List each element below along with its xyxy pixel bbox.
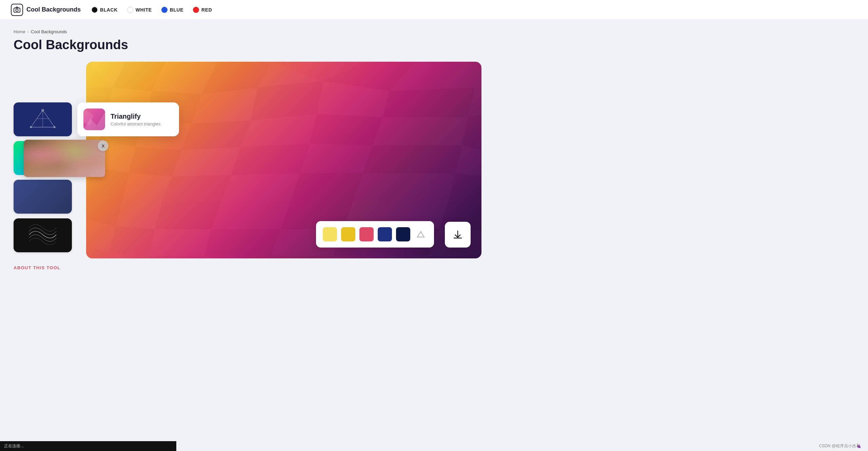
svg-marker-25 <box>383 87 475 117</box>
svg-marker-59 <box>109 226 155 255</box>
photo-overlay <box>24 140 105 177</box>
swatch-navy[interactable] <box>396 227 410 241</box>
thumb-solid[interactable] <box>14 180 72 214</box>
nav-item-red[interactable]: RED <box>193 7 212 13</box>
thumb-geometric[interactable] <box>14 102 72 136</box>
logo-container <box>11 4 23 16</box>
swatch-yellow[interactable] <box>341 227 355 241</box>
tooltip-thumbnail <box>83 109 105 130</box>
download-icon <box>452 229 463 240</box>
tooltip-description: Colorful abstract triangles <box>111 121 160 126</box>
svg-marker-41 <box>363 145 462 173</box>
tooltip-card: Trianglify Colorful abstract triangles <box>77 102 179 136</box>
brand[interactable]: Cool Backgrounds <box>11 4 81 16</box>
tooltip-thumb-svg <box>83 109 105 130</box>
breadcrumb-home[interactable]: Home <box>14 29 25 34</box>
download-button[interactable] <box>445 222 471 248</box>
geo-lines-icon <box>27 109 58 130</box>
svg-marker-38 <box>172 147 241 176</box>
about-title: ABOUT THIS TOOL <box>14 265 60 270</box>
color-palette <box>316 221 434 248</box>
svg-marker-65 <box>417 232 424 237</box>
nav-label-red: RED <box>201 7 212 13</box>
nav-dot-black <box>92 7 98 13</box>
nav-dot-red <box>193 7 199 13</box>
nav-label-blue: BLUE <box>170 7 183 13</box>
triangle-svg <box>417 231 425 238</box>
nav-item-blue[interactable]: BLUE <box>161 7 183 13</box>
svg-marker-46 <box>162 175 231 203</box>
main-content: Home › Cool Backgrounds Cool Backgrounds <box>0 20 495 284</box>
swatch-blue[interactable] <box>378 227 392 241</box>
nav-dot-white <box>127 7 133 13</box>
breadcrumb-current: Cool Backgrounds <box>31 29 67 34</box>
gallery-wrapper: Trianglify Colorful abstract triangles X <box>14 62 481 258</box>
svg-marker-54 <box>211 201 290 229</box>
svg-marker-48 <box>290 173 363 201</box>
page-title: Cool Backgrounds <box>14 38 481 52</box>
svg-marker-49 <box>353 173 455 201</box>
nav-label-white: WHITE <box>136 7 152 13</box>
about-section: ABOUT THIS TOOL <box>14 264 481 271</box>
wave-lines-icon <box>27 224 58 246</box>
svg-marker-40 <box>300 143 373 173</box>
swatch-pink[interactable] <box>359 227 374 241</box>
breadcrumb-separator: › <box>27 29 29 34</box>
tooltip-title: Trianglify <box>111 113 160 120</box>
brand-name: Cool Backgrounds <box>26 6 81 13</box>
breadcrumb: Home › Cool Backgrounds <box>14 29 481 34</box>
close-button[interactable]: X <box>98 140 108 151</box>
nav-item-black[interactable]: BLACK <box>92 7 118 13</box>
svg-marker-53 <box>155 201 221 229</box>
geometric-svg <box>27 109 58 129</box>
svg-marker-47 <box>221 173 300 201</box>
camera-icon <box>13 6 21 14</box>
csdn-watermark: CSDN @程序员小杰🍇 <box>819 443 861 449</box>
navbar: Cool Backgrounds BLACK WHITE BLUE RED <box>0 0 868 20</box>
main-preview[interactable] <box>86 62 481 258</box>
flowers-decoration <box>24 140 105 177</box>
status-text: 正在连接... <box>4 444 24 448</box>
thumb-wave[interactable] <box>14 218 72 252</box>
svg-marker-61 <box>205 229 280 256</box>
svg-marker-32 <box>310 114 383 145</box>
wave-svg <box>27 224 58 245</box>
svg-marker-39 <box>231 143 310 175</box>
photo-inner <box>24 140 105 177</box>
svg-marker-52 <box>116 200 162 229</box>
svg-marker-60 <box>149 229 212 256</box>
nav-label-black: BLACK <box>100 7 118 13</box>
nav-list: BLACK WHITE BLUE RED <box>92 7 212 13</box>
nav-item-white[interactable]: WHITE <box>127 7 152 13</box>
nav-dot-blue <box>161 7 167 13</box>
status-bar: 正在连接... <box>0 441 176 451</box>
svg-point-1 <box>16 9 18 11</box>
swatch-yellow-light[interactable] <box>323 227 337 241</box>
svg-marker-33 <box>373 117 468 145</box>
svg-marker-30 <box>182 120 251 150</box>
tooltip-text: Trianglify Colorful abstract triangles <box>111 113 160 126</box>
triangle-shape-icon[interactable] <box>414 228 427 241</box>
